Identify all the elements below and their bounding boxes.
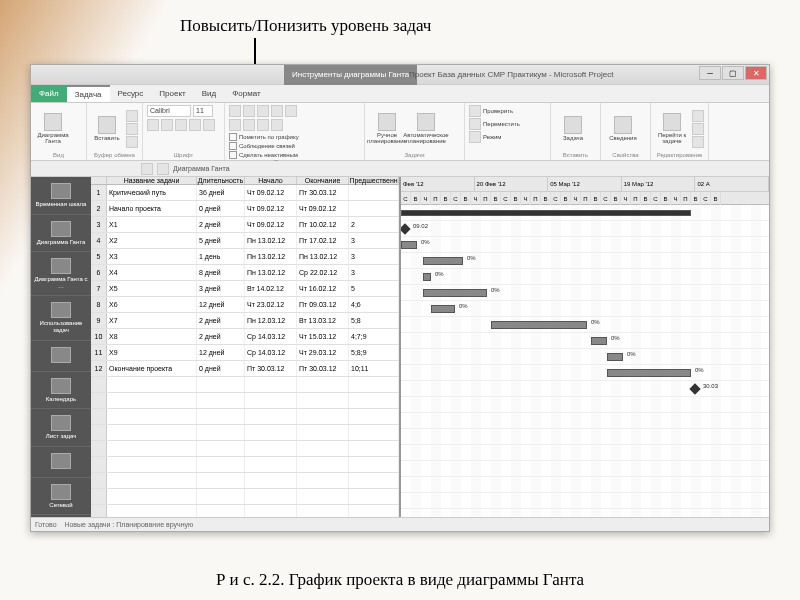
table-row-empty[interactable] <box>91 377 399 393</box>
tab-project[interactable]: Проект <box>151 85 193 102</box>
sidebar-item[interactable] <box>31 447 91 478</box>
table-row[interactable]: 3X12 днейЧт 09.02.12Пт 10.02.122 <box>91 217 399 233</box>
tab-task[interactable]: Задача <box>67 85 110 102</box>
table-row-empty[interactable] <box>91 409 399 425</box>
pct25-icon[interactable] <box>243 105 255 117</box>
mode-icon[interactable] <box>469 131 481 143</box>
table-row-empty[interactable] <box>91 441 399 457</box>
paste-button[interactable]: Вставить <box>91 116 123 141</box>
table-row[interactable]: 4X25 днейПн 13.02.12Пт 17.02.123 <box>91 233 399 249</box>
clear-icon[interactable] <box>692 123 704 135</box>
underline-icon[interactable] <box>175 119 187 131</box>
inactivate-checkbox[interactable] <box>229 151 237 159</box>
table-row-empty[interactable] <box>91 457 399 473</box>
table-row[interactable]: 7X53 днейВт 14.02.12Чт 16.02.125 <box>91 281 399 297</box>
tab-file[interactable]: Файл <box>31 85 67 102</box>
col-duration[interactable]: Длительность <box>197 177 245 184</box>
gantt-bar[interactable] <box>607 369 691 377</box>
fill-color-icon[interactable] <box>203 119 215 131</box>
table-row[interactable]: 10X82 днейСр 14.03.12Чт 15.03.124;7;9 <box>91 329 399 345</box>
table-row-empty[interactable] <box>91 505 399 517</box>
bold-icon[interactable] <box>147 119 159 131</box>
gantt-row: 0% <box>401 301 769 317</box>
col-start[interactable]: Начало <box>245 177 297 184</box>
auto-schedule-button[interactable]: Автоматическое планирование <box>408 113 444 144</box>
tab-resource[interactable]: Ресурс <box>110 85 152 102</box>
manual-schedule-button[interactable]: Ручное планирование <box>369 113 405 144</box>
link-icon[interactable] <box>257 119 269 131</box>
close-button[interactable]: ✕ <box>745 66 767 80</box>
milestone-icon[interactable] <box>689 383 700 394</box>
sidebar-item[interactable]: Использование задач <box>31 296 91 340</box>
outdent-icon[interactable] <box>229 119 241 131</box>
task-button[interactable]: Задача <box>555 116 591 141</box>
inspect-icon[interactable] <box>469 105 481 117</box>
indent-icon[interactable] <box>243 119 255 131</box>
table-row-empty[interactable] <box>91 393 399 409</box>
table-row-empty[interactable] <box>91 489 399 505</box>
gantt-row <box>401 205 769 221</box>
sidebar-item[interactable]: Лист задач <box>31 409 91 447</box>
unlink-icon[interactable] <box>271 119 283 131</box>
gantt-bar[interactable] <box>591 337 607 345</box>
tab-format[interactable]: Формат <box>224 85 268 102</box>
table-row-empty[interactable] <box>91 473 399 489</box>
table-row[interactable]: 12Окончание проекта0 днейПт 30.03.12Пт 3… <box>91 361 399 377</box>
sidebar-item[interactable]: Диаграмма Ганта с … <box>31 252 91 296</box>
gantt-bar[interactable] <box>491 321 587 329</box>
col-predecessors[interactable]: Предшественн <box>349 177 399 184</box>
pct50-icon[interactable] <box>257 105 269 117</box>
sidebar-item[interactable]: Календарь <box>31 372 91 410</box>
gantt-bar[interactable] <box>401 210 691 216</box>
find-icon[interactable] <box>692 110 704 122</box>
gantt-bar[interactable] <box>431 305 455 313</box>
sidebar-item[interactable]: Временная шкала <box>31 177 91 215</box>
font-size-select[interactable]: 11 <box>193 105 213 117</box>
font-color-icon[interactable] <box>189 119 201 131</box>
pct75-icon[interactable] <box>271 105 283 117</box>
gantt-bar[interactable] <box>423 289 487 297</box>
sidebar-item[interactable]: Диаграмма Ганта <box>31 215 91 253</box>
view-prev-icon[interactable] <box>141 163 153 175</box>
cut-icon[interactable] <box>126 110 138 122</box>
col-task-name[interactable]: Название задачи <box>107 177 197 184</box>
paste-icon <box>98 116 116 134</box>
scroll-to-task-button[interactable]: Перейти к задаче <box>655 113 689 144</box>
table-row[interactable]: 8X612 днейЧт 23.02.12Пт 09.03.124;6 <box>91 297 399 313</box>
mark-on-track-checkbox[interactable] <box>229 133 237 141</box>
view-next-icon[interactable] <box>157 163 169 175</box>
table-row[interactable]: 9X72 днейПн 12.03.12Вт 13.03.125;8 <box>91 313 399 329</box>
col-finish[interactable]: Окончание <box>297 177 349 184</box>
sidebar-item[interactable]: Сетевой <box>31 478 91 516</box>
gantt-bar[interactable] <box>401 241 417 249</box>
table-row[interactable]: 11X912 днейСр 14.03.12Чт 29.03.125;8;9 <box>91 345 399 361</box>
gantt-row: 0% <box>401 269 769 285</box>
format-painter-icon[interactable] <box>126 136 138 148</box>
minimize-button[interactable]: ─ <box>699 66 721 80</box>
respect-links-checkbox[interactable] <box>229 142 237 150</box>
gantt-chart-button[interactable]: Диаграмма Ганта <box>35 113 71 144</box>
move-icon[interactable] <box>469 118 481 130</box>
maximize-button[interactable]: ▢ <box>722 66 744 80</box>
pct100-icon[interactable] <box>285 105 297 117</box>
table-row-empty[interactable] <box>91 425 399 441</box>
info-button[interactable]: Сведения <box>605 116 641 141</box>
table-row[interactable]: 5X31 деньПн 13.02.12Пн 13.02.123 <box>91 249 399 265</box>
sidebar-item[interactable] <box>31 341 91 372</box>
table-row[interactable]: 6X48 днейПн 13.02.12Ср 22.02.123 <box>91 265 399 281</box>
tab-view[interactable]: Вид <box>194 85 224 102</box>
table-row[interactable]: 2Начало проекта0 днейЧт 09.02.12Чт 09.02… <box>91 201 399 217</box>
gantt-bar[interactable] <box>607 353 623 361</box>
fill-icon[interactable] <box>692 136 704 148</box>
gantt-bar[interactable] <box>423 257 463 265</box>
table-row[interactable]: 1Критический путь36 днейЧт 09.02.12Пт 30… <box>91 185 399 201</box>
gantt-bar[interactable] <box>423 273 431 281</box>
info-icon <box>614 116 632 134</box>
font-name-select[interactable]: Calibri <box>147 105 191 117</box>
pct0-icon[interactable] <box>229 105 241 117</box>
italic-icon[interactable] <box>161 119 173 131</box>
gantt-icon <box>44 113 62 131</box>
milestone-icon[interactable] <box>401 223 411 234</box>
copy-icon[interactable] <box>126 123 138 135</box>
col-id[interactable] <box>91 177 107 184</box>
